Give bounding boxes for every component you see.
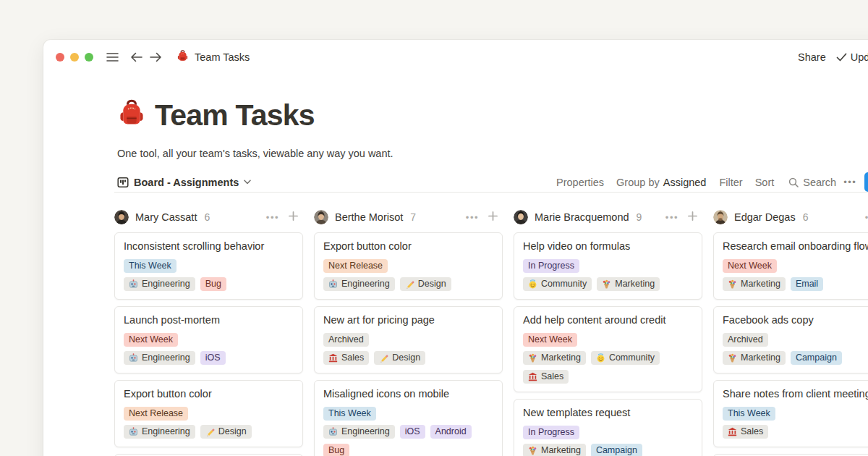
maximize-window-button[interactable] [85,53,93,62]
card-status-row: Next Release [323,258,493,273]
board-card[interactable]: Help video on formulasIn ProgressCommuni… [514,232,702,300]
bouquet-icon [528,353,537,363]
tag-chip: Campaign [791,351,842,365]
properties-button[interactable]: Properties [556,177,604,188]
tag-label: Marketing [615,277,655,291]
tag-label: Engineering [341,425,390,439]
card-title: Misaligned icons on mobile [323,388,493,400]
card-status-row: This Week [124,258,294,273]
assignee-avatar [314,210,328,224]
tag-chip: Marketing [523,351,586,365]
page-backpack-icon[interactable] [117,99,146,131]
tag-chip: Marketing [723,351,786,365]
status-pill: This Week [723,407,775,421]
tag-label: Community [609,351,655,365]
group-by-button[interactable]: Group byAssigned [616,177,706,188]
tag-chip: Engineering [124,277,195,291]
hamburger-menu-icon[interactable] [106,52,119,62]
board-column-edgar-degas: Edgar Degas6•••Research email onboarding… [713,209,868,456]
card-tag-row: EngineeringBug [124,277,294,291]
status-pill: Next Release [323,259,388,273]
tag-label: Marketing [541,351,581,365]
tag-label: iOS [405,425,420,439]
tag-chip: Engineering [323,277,395,291]
search-button[interactable]: Search [788,177,836,188]
board-card[interactable]: Launch post-mortemNext WeekEngineeringiO… [114,306,303,373]
tag-label: Marketing [741,277,780,291]
add-card-button[interactable] [488,211,498,224]
board-card[interactable]: Share notes from client meetingThis Week… [713,380,868,447]
card-tag-row: MarketingCampaign [723,351,868,365]
tag-label: Design [418,277,446,291]
robot-icon [129,279,138,289]
tag-label: Bug [328,444,344,456]
back-arrow-icon[interactable] [130,52,142,62]
board-card[interactable]: New art for pricing pageArchivedSalesDes… [314,306,503,373]
card-title: Add help content around credit [523,314,693,326]
column-name: Mary Cassatt [135,211,197,223]
filter-button[interactable]: Filter [719,177,742,188]
tag-chip: Marketing [597,277,660,291]
board-card[interactable]: Facebook ads copyArchivedMarketingCampai… [713,306,868,373]
add-card-button[interactable] [288,211,299,224]
tag-label: Design [218,425,247,439]
card-status-row: Next Week [723,258,868,273]
column-menu-button[interactable]: ••• [865,212,868,223]
sort-button[interactable]: Sort [755,177,775,188]
tag-label: Marketing [541,444,581,456]
board-card[interactable]: Inconsistent scrolling behaviorThis Week… [114,232,303,300]
column-actions: ••• [865,211,868,224]
board-card[interactable]: Misaligned icons on mobileThis WeekEngin… [314,380,503,456]
card-title: Launch post-mortem [124,314,294,326]
tag-chip: Design [400,277,451,291]
board-card[interactable]: Export button colorNext ReleaseEngineeri… [114,380,303,447]
card-title: Facebook ads copy [723,314,868,326]
tag-label: Sales [541,370,563,384]
card-status-row: This Week [323,406,493,421]
robot-icon [328,279,338,289]
status-pill: In Progress [523,259,579,273]
column-menu-button[interactable]: ••• [665,212,678,223]
traffic-lights [56,53,93,62]
column-header: Marie Bracquemond9••• [514,209,702,225]
status-pill: Next Week [523,333,577,347]
tag-label: iOS [205,351,221,365]
tag-chip: Bug [200,277,226,291]
tag-chip: Bug [323,444,349,456]
share-button[interactable]: Share [798,51,826,63]
updates-button[interactable]: Updates [836,51,868,63]
board-card[interactable]: Export button colorNext ReleaseEngineeri… [314,232,503,300]
board-card[interactable]: Research email onboarding flowsNext Week… [713,232,868,300]
tag-label: Campaign [596,444,637,456]
board-card[interactable]: New templates requestIn ProgressMarketin… [514,399,702,456]
add-card-button[interactable] [687,211,698,224]
window-breadcrumb[interactable]: Team Tasks [176,50,250,64]
column-menu-button[interactable]: ••• [466,212,479,223]
tag-chip: iOS [400,425,425,439]
column-name: Edgar Degas [734,211,796,223]
board-card[interactable]: Add help content around creditNext WeekM… [514,306,702,392]
status-pill: Archived [323,333,369,347]
board-view-icon [117,177,129,188]
more-options-button[interactable]: ••• [843,177,856,187]
card-tag-row: CommunityMarketing [523,277,693,291]
column-header: Edgar Degas6••• [713,209,868,225]
column-menu-button[interactable]: ••• [266,212,279,223]
window-header: Team Tasks Share Updates [43,40,868,75]
tag-chip: Design [374,351,425,365]
check-icon [836,53,847,62]
card-title: New templates request [523,407,693,419]
assignee-avatar [514,210,528,224]
forward-arrow-icon[interactable] [150,52,162,62]
close-window-button[interactable] [56,53,64,62]
card-title: Export button color [124,388,294,400]
bank-icon [728,427,737,436]
minimize-window-button[interactable] [70,53,79,62]
board-view-tab[interactable]: Board - Assignments [117,177,251,188]
card-status-row: In Progress [523,425,693,439]
new-button[interactable]: New [864,172,868,192]
card-status-row: Archived [323,332,493,347]
angel-icon [528,279,537,289]
card-tag-row: EngineeringDesign [323,277,493,291]
pencil-icon [379,353,388,363]
